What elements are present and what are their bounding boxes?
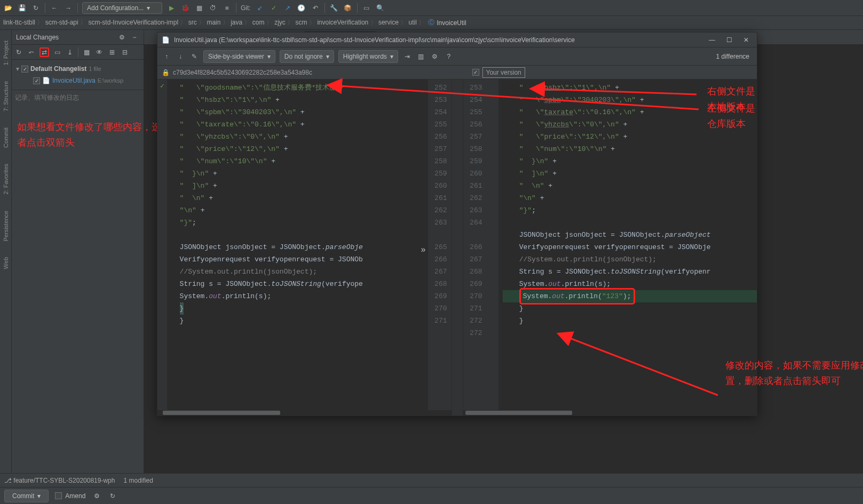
next-diff-icon[interactable]: ↓: [176, 52, 185, 61]
code-line: [503, 217, 757, 229]
commit-button[interactable]: Commit ▾: [4, 490, 49, 502]
expand-arrow-icon[interactable]: ▾: [16, 65, 19, 73]
changelist-checkbox[interactable]: ✓: [21, 66, 28, 73]
git-label: Git:: [241, 4, 251, 12]
breadcrumb-separator: 〉: [417, 19, 425, 26]
local-changes-panel: Local Changes ⚙ − ↻ ⤺ ⇄ ▭ ⤓ ▦ 👁 ⊞ ⊟ ▾ ✓ …: [12, 30, 144, 473]
local-changes-tab-label: Local Changes: [16, 34, 59, 41]
breadcrumb-item[interactable]: scm-std-InvoiceVerification-impl: [88, 19, 178, 26]
breadcrumb-item[interactable]: link-ttc-stbll: [3, 19, 35, 26]
save-icon[interactable]: 💾: [17, 3, 27, 13]
scrollbar-horizontal[interactable]: [463, 410, 757, 415]
show-diff-icon[interactable]: ⇄: [39, 47, 49, 57]
diff-header-left: 🔒 c79d3e4f8284c5b52430692282c258e3a543a9…: [157, 66, 457, 79]
git-branch[interactable]: ⎇ feature/TTC-SYBL-S20200819-wph: [4, 477, 115, 484]
changelist-icon[interactable]: ▭: [52, 47, 62, 57]
breadcrumb-item[interactable]: com: [252, 19, 265, 26]
prev-diff-icon[interactable]: ↑: [162, 52, 171, 61]
git-update-icon[interactable]: ↙: [255, 3, 265, 13]
breadcrumb-item[interactable]: src: [188, 19, 197, 26]
collapse-icon[interactable]: ⊟: [120, 47, 130, 57]
breadcrumb-item[interactable]: scm: [296, 19, 307, 26]
breadcrumb-item[interactable]: scm-std-api: [45, 19, 78, 26]
coverage-icon[interactable]: ▦: [194, 3, 204, 13]
rollback-icon[interactable]: ⤺: [27, 47, 36, 57]
preview-icon[interactable]: 👁: [94, 47, 104, 57]
breadcrumb-item[interactable]: service: [378, 19, 399, 26]
breadcrumb-item[interactable]: invoiceVerification: [317, 19, 368, 26]
help-icon[interactable]: ?: [444, 52, 454, 61]
apply-change-arrow[interactable]: »: [417, 244, 429, 255]
amend-label: Amend: [65, 492, 85, 500]
gutter-persistence[interactable]: Persistence: [3, 211, 9, 241]
close-icon[interactable]: ✕: [740, 34, 753, 46]
git-rollback-icon[interactable]: ↶: [311, 3, 320, 13]
edit-source-icon[interactable]: ✎: [189, 52, 199, 61]
breadcrumb-item[interactable]: java: [231, 19, 242, 26]
code-line: String s = JSONObject.toJSONString(verif…: [171, 278, 428, 290]
expand-icon[interactable]: ⊞: [107, 47, 117, 57]
changelist-row[interactable]: ▾ ✓ Default Changelist 1 file: [14, 63, 141, 75]
code-line: " \"taxrate\":\"0.16\",\n" +: [171, 118, 428, 131]
breadcrumb-item[interactable]: util: [409, 19, 417, 26]
back-icon[interactable]: ←: [50, 3, 59, 13]
breadcrumb-file-name: InvoiceUtil: [437, 19, 466, 27]
refresh-icon[interactable]: ↻: [14, 47, 23, 57]
search-icon[interactable]: 🔍: [376, 3, 385, 13]
lock-icon: 🔒: [162, 69, 170, 76]
highlight-dropdown[interactable]: Highlight words▾: [338, 50, 398, 63]
gutter-web[interactable]: Web: [3, 257, 9, 269]
code-line: "\n" +: [171, 204, 428, 217]
code-line: //System.out.println(jsonObject);: [171, 266, 428, 278]
profile-icon[interactable]: ⏱: [208, 3, 218, 13]
ignore-dropdown[interactable]: Do not ignore▾: [280, 50, 334, 63]
breadcrumb-item[interactable]: zjyc: [274, 19, 286, 26]
git-push-icon[interactable]: ↗: [283, 3, 292, 13]
collapse-unchanged-icon[interactable]: ⇥: [402, 52, 412, 61]
modified-count[interactable]: 1 modified: [123, 477, 153, 484]
gutter-commit[interactable]: Commit: [3, 127, 9, 148]
left-tool-gutter: 1: Project 7: Structure Commit 2: Favori…: [0, 30, 12, 473]
gutter-favorites[interactable]: 2: Favorites: [3, 164, 9, 194]
sync-icon[interactable]: ↻: [31, 3, 41, 13]
debug-icon[interactable]: 🐞: [180, 3, 190, 13]
git-commit-icon[interactable]: ✓: [269, 3, 279, 13]
status-strip: ✓: [157, 79, 167, 415]
forward-icon[interactable]: →: [64, 3, 73, 13]
gear-icon[interactable]: ⚙: [430, 52, 440, 61]
sync-scroll-icon[interactable]: ▥: [416, 52, 426, 61]
history-msg-icon[interactable]: ↻: [108, 491, 117, 501]
run-config-dropdown[interactable]: Add Configuration... ▾: [82, 2, 162, 14]
scrollbar-horizontal[interactable]: [157, 410, 452, 415]
hide-icon[interactable]: −: [130, 33, 139, 42]
minimize-icon[interactable]: —: [706, 34, 718, 46]
editable-checkbox[interactable]: ✓: [472, 69, 479, 76]
changed-file-row[interactable]: ✓ 📄 InvoiceUtil.java E:\worksp: [14, 75, 141, 86]
gutter-project[interactable]: 1: Project: [3, 41, 9, 65]
annotation-bottom: 修改的内容，如果不需要应用修改的位置，删除或者点击箭头即可: [725, 358, 863, 389]
amend-checkbox[interactable]: [55, 492, 62, 499]
file-checkbox[interactable]: ✓: [33, 77, 40, 84]
viewer-mode-dropdown[interactable]: Side-by-side viewer▾: [203, 50, 275, 63]
breadcrumb-item[interactable]: main: [207, 19, 220, 26]
gear-icon[interactable]: ⚙: [117, 33, 126, 42]
separator: [324, 3, 325, 13]
commit-options-icon[interactable]: ⚙: [92, 491, 101, 501]
open-icon[interactable]: 📂: [3, 3, 13, 13]
maximize-icon[interactable]: ☐: [723, 34, 735, 46]
diff-viewer-window: 📄 InvoiceUtil.java (E:\workspace\link-tt…: [157, 32, 757, 416]
group-icon[interactable]: ▦: [82, 47, 91, 57]
avd-icon[interactable]: ▭: [362, 3, 371, 13]
changes-tab-header[interactable]: Local Changes ⚙ −: [12, 30, 144, 45]
gutter-structure[interactable]: 7: Structure: [3, 81, 9, 111]
class-icon: Ⓒ: [428, 18, 434, 27]
stop-icon[interactable]: ■: [222, 3, 232, 13]
breadcrumb-file[interactable]: Ⓒ InvoiceUtil: [428, 18, 466, 27]
diff-left-pane[interactable]: ✓ " \"goodsname\":\"信息技术服务费*技术服务 " \"hsb…: [157, 79, 452, 415]
git-history-icon[interactable]: 🕑: [297, 3, 306, 13]
project-structure-icon[interactable]: 📦: [343, 3, 353, 13]
breadcrumb-separator: 〉: [286, 19, 296, 26]
shelve-icon[interactable]: ⤓: [65, 47, 75, 57]
settings-icon[interactable]: 🔧: [329, 3, 339, 13]
run-icon[interactable]: ▶: [167, 3, 176, 13]
